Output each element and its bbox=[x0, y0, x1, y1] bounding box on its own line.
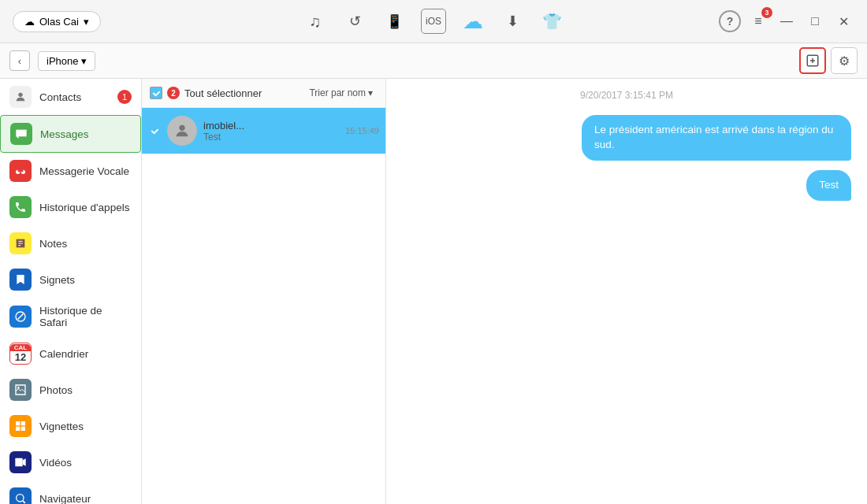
sort-arrow-icon: ▾ bbox=[368, 87, 373, 98]
item-checkbox[interactable] bbox=[148, 124, 161, 137]
message-preview: Test bbox=[203, 132, 339, 143]
sidebar-item-videos[interactable]: Vidéos bbox=[0, 444, 141, 480]
thumbnails-icon bbox=[9, 415, 32, 437]
checkmark-icon bbox=[151, 127, 159, 135]
sidebar-item-contacts[interactable]: Contacts 1 bbox=[0, 79, 141, 115]
titlebar-controls: ? ≡ — □ ✕ bbox=[719, 10, 854, 32]
svg-rect-13 bbox=[15, 458, 22, 467]
device-name: iPhone bbox=[47, 55, 78, 67]
svg-rect-4 bbox=[18, 170, 24, 172]
account-button[interactable]: ☁ Olas Cai ▾ bbox=[13, 11, 101, 32]
main-area: Contacts 1 Messages Messagerie Vocale Hi… bbox=[0, 79, 867, 504]
toolbar: ‹ iPhone ▾ ⚙ bbox=[0, 43, 867, 79]
svg-point-15 bbox=[179, 125, 184, 131]
svg-rect-12 bbox=[21, 427, 25, 431]
message-item[interactable]: imobiel... Test 15:15:49 bbox=[142, 108, 385, 154]
bookmarks-icon bbox=[9, 269, 32, 291]
sidebar-label-videos: Vidéos bbox=[39, 457, 72, 469]
cloud-icon-small: ☁ bbox=[24, 16, 35, 28]
browser-icon bbox=[9, 487, 32, 504]
message-bubble-2: Test bbox=[806, 170, 851, 201]
message-list: imobiel... Test 15:15:49 bbox=[142, 108, 385, 504]
sidebar-label-thumbnails: Vignettes bbox=[39, 421, 84, 432]
export-button[interactable] bbox=[799, 47, 826, 74]
sidebar-item-messages[interactable]: Messages bbox=[0, 115, 141, 153]
settings-button[interactable]: ⚙ bbox=[831, 47, 858, 74]
sidebar-item-browser[interactable]: Navigateur bbox=[0, 480, 141, 504]
sidebar-item-calendar[interactable]: CAL 12 Calendrier bbox=[0, 335, 141, 372]
sidebar-label-voicemail: Messagerie Vocale bbox=[39, 165, 129, 177]
sidebar-label-bookmarks: Signets bbox=[39, 274, 75, 286]
tshirt-icon[interactable]: 👕 bbox=[539, 9, 564, 34]
download-icon[interactable]: ⬇ bbox=[500, 9, 525, 34]
sidebar-item-safari[interactable]: Historique de Safari bbox=[0, 298, 141, 335]
list-header: 2 Tout sélectionner Trier par nom ▾ bbox=[142, 79, 385, 108]
select-all-checkbox[interactable] bbox=[150, 87, 162, 99]
select-all-label: Tout sélectionner bbox=[184, 87, 300, 99]
sort-button[interactable]: Trier par nom ▾ bbox=[304, 85, 378, 101]
chat-date: 9/20/2017 3:15:41 PM bbox=[386, 79, 867, 107]
sidebar-item-notes[interactable]: Notes bbox=[0, 225, 141, 261]
sidebar-label-calls: Historique d'appels bbox=[39, 202, 129, 213]
sidebar-item-thumbnails[interactable]: Vignettes bbox=[0, 408, 141, 444]
close-button[interactable]: ✕ bbox=[832, 10, 854, 32]
sidebar-label-contacts: Contacts bbox=[39, 91, 81, 103]
voicemail-icon bbox=[9, 160, 32, 182]
maximize-button[interactable]: □ bbox=[804, 10, 826, 32]
checkmark-icon bbox=[152, 89, 161, 98]
minimize-button[interactable]: — bbox=[776, 10, 798, 32]
person-icon bbox=[173, 122, 191, 139]
svg-rect-10 bbox=[21, 421, 25, 425]
svg-point-6 bbox=[22, 313, 24, 315]
message-sender: imobiel... bbox=[203, 120, 339, 132]
account-dropdown-arrow: ▾ bbox=[84, 16, 89, 28]
ios-icon[interactable]: iOS bbox=[421, 9, 446, 34]
sidebar-label-photos: Photos bbox=[39, 384, 73, 396]
history-icon[interactable]: ↺ bbox=[342, 9, 367, 34]
sidebar-label-messages: Messages bbox=[40, 128, 89, 140]
contacts-badge: 1 bbox=[117, 90, 132, 104]
svg-point-7 bbox=[17, 318, 19, 320]
toolbar-actions: ⚙ bbox=[799, 47, 858, 74]
svg-rect-11 bbox=[16, 427, 20, 431]
notes-icon bbox=[9, 232, 32, 254]
svg-point-14 bbox=[17, 495, 24, 502]
message-list-panel: 2 Tout sélectionner Trier par nom ▾ imob… bbox=[142, 79, 386, 504]
sidebar-item-call-history[interactable]: Historique d'appels bbox=[0, 189, 141, 225]
svg-point-1 bbox=[18, 93, 22, 97]
export-icon bbox=[806, 54, 820, 68]
list-count-badge: 2 bbox=[167, 87, 180, 99]
sort-label: Trier par nom bbox=[309, 87, 366, 98]
titlebar: ☁ Olas Cai ▾ ♫ ↺ 📱 iOS ☁ ⬇ 👕 ? ≡ — □ ✕ bbox=[0, 0, 867, 43]
titlebar-icons: ♫ ↺ 📱 iOS ☁ ⬇ 👕 bbox=[303, 9, 564, 34]
contacts-icon bbox=[9, 86, 32, 108]
sidebar-label-calendar: Calendrier bbox=[39, 348, 88, 360]
sidebar-label-browser: Navigateur bbox=[39, 493, 91, 505]
chat-panel: 9/20/2017 3:15:41 PM Le président améric… bbox=[386, 79, 867, 504]
sidebar: Contacts 1 Messages Messagerie Vocale Hi… bbox=[0, 79, 142, 504]
help-button[interactable]: ? bbox=[719, 10, 741, 32]
phone-icon[interactable]: 📱 bbox=[381, 9, 407, 34]
photos-icon bbox=[9, 379, 32, 401]
message-item-info: imobiel... Test bbox=[203, 120, 339, 143]
videos-icon bbox=[9, 451, 32, 473]
safari-icon bbox=[9, 306, 32, 328]
svg-rect-9 bbox=[16, 421, 20, 425]
sidebar-label-notes: Notes bbox=[39, 238, 67, 250]
chat-messages: Le président américain est arrivé dans l… bbox=[386, 107, 867, 504]
calls-icon bbox=[9, 196, 32, 218]
avatar bbox=[167, 116, 197, 146]
sidebar-item-bookmarks[interactable]: Signets bbox=[0, 261, 141, 298]
sidebar-item-voicemail[interactable]: Messagerie Vocale bbox=[0, 153, 141, 189]
calendar-icon: CAL 12 bbox=[9, 343, 32, 365]
sidebar-item-photos[interactable]: Photos bbox=[0, 372, 141, 408]
back-button[interactable]: ‹ bbox=[9, 50, 30, 71]
account-label: Olas Cai bbox=[39, 16, 79, 28]
sidebar-label-safari: Historique de Safari bbox=[39, 305, 132, 328]
message-bubble-1: Le président américain est arrivé dans l… bbox=[582, 115, 851, 161]
cloud-icon[interactable]: ☁ bbox=[460, 9, 486, 34]
device-dropdown[interactable]: iPhone ▾ bbox=[38, 51, 95, 71]
music-icon[interactable]: ♫ bbox=[303, 9, 328, 34]
menu-button[interactable]: ≡ bbox=[747, 10, 769, 32]
message-time: 15:15:49 bbox=[345, 126, 379, 135]
